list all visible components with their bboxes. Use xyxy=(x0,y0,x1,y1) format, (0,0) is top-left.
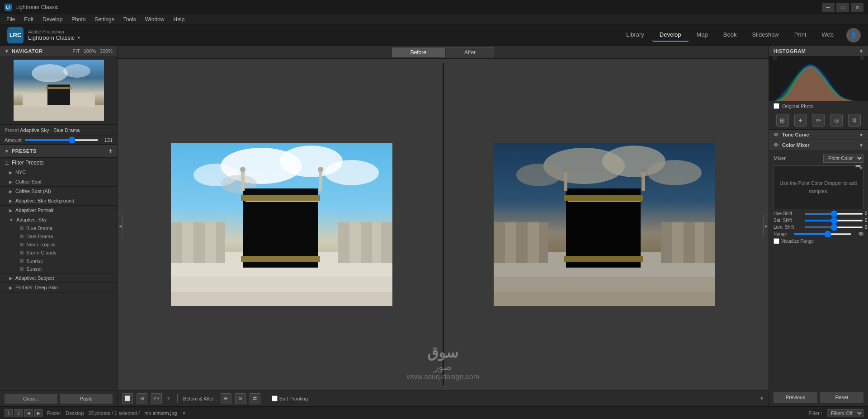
view-mode-grid[interactable]: ⊞ xyxy=(137,393,147,404)
svg-rect-6 xyxy=(23,94,47,107)
previous-button[interactable]: Previous xyxy=(774,392,817,403)
view-next-button[interactable]: ▶ xyxy=(34,409,42,417)
profile-button[interactable]: 👤 xyxy=(846,28,861,42)
crop-tool[interactable]: ⊞ xyxy=(776,114,789,127)
view-mode-crop[interactable]: ⬜ xyxy=(122,393,133,404)
copy-button[interactable]: Copy... xyxy=(5,394,57,404)
collapse-left-panel-button[interactable]: ◀ xyxy=(118,216,123,237)
color-mixer-eye-icon[interactable]: 👁 xyxy=(774,142,778,148)
tab-slideshow[interactable]: Slideshow xyxy=(745,28,786,42)
settings-tool[interactable]: ⚙ xyxy=(848,114,861,127)
menu-file[interactable]: File xyxy=(2,15,19,24)
preset-item-blue-drama[interactable]: Blue Drama xyxy=(0,224,117,232)
menu-tools[interactable]: Tools xyxy=(119,15,141,24)
maximize-button[interactable]: □ xyxy=(836,3,849,12)
before-label[interactable]: Before xyxy=(392,47,445,57)
before-after-swap[interactable]: ⇄ xyxy=(250,393,260,404)
preset-item-neon-tropics[interactable]: Neon Tropics xyxy=(0,240,117,249)
svg-point-35 xyxy=(240,167,245,172)
view-compare-button[interactable]: 2 xyxy=(14,409,23,417)
svg-point-42 xyxy=(647,160,702,185)
view-prev-button[interactable]: ◀ xyxy=(24,409,33,417)
menu-develop[interactable]: Develop xyxy=(38,15,67,24)
preset-group-deep-skin-header[interactable]: ▶ Portaits: Deep Skin xyxy=(0,283,117,292)
tab-develop[interactable]: Develop xyxy=(652,28,689,42)
preset-group-blur: ▶ Adaptive: Blur Background xyxy=(0,196,117,206)
hue-shift-label: Hue Shift xyxy=(774,211,803,216)
preset-group-coffee-ai: ▶ Coffee Spot (AI) xyxy=(0,187,117,196)
sat-shift-slider[interactable] xyxy=(805,220,863,221)
preset-group-coffee-header[interactable]: ▶ Coffee Spot xyxy=(0,177,117,186)
tone-curve-eye-icon[interactable]: 👁 xyxy=(774,132,778,137)
before-after-toggle-1[interactable]: ⊕ xyxy=(221,393,231,404)
tab-print[interactable]: Print xyxy=(787,28,814,42)
preset-group-portrait-header[interactable]: ▶ Adaptive: Portrait xyxy=(0,206,117,215)
paste-button[interactable]: Paste xyxy=(60,394,113,404)
view-mode-toggle[interactable]: YY xyxy=(151,393,162,404)
color-mixer-collapse-icon: ▼ xyxy=(859,143,863,148)
histogram-header[interactable]: Histogram ▼ xyxy=(769,46,868,56)
hue-shift-slider[interactable] xyxy=(805,213,863,215)
tab-map[interactable]: Map xyxy=(689,28,715,42)
presets-header[interactable]: ▼ Presets + xyxy=(0,145,117,158)
tone-curve-header[interactable]: 👁 Tone Curve ▼ xyxy=(769,130,868,140)
navigator-header[interactable]: ▼ Navigator FIT 100% 300% xyxy=(0,46,117,56)
zoom-100[interactable]: 100% xyxy=(84,48,96,54)
sat-shift-value: 0 xyxy=(865,218,868,223)
menu-photo[interactable]: Photo xyxy=(67,15,90,24)
sunset-dot xyxy=(20,267,24,271)
visualize-range-checkbox[interactable] xyxy=(774,238,779,244)
preset-group-sky-header[interactable]: ▼ Adaptive: Sky xyxy=(0,215,117,224)
zoom-fit[interactable]: FIT xyxy=(72,48,80,54)
preset-group-blur-header[interactable]: ▶ Adaptive: Blur Background xyxy=(0,196,117,205)
reset-button[interactable]: Reset xyxy=(820,392,864,403)
close-button[interactable]: ✕ xyxy=(851,3,863,12)
dropper-area: Use the Point Color Dropper to add sampl… xyxy=(774,165,863,209)
range-slider[interactable] xyxy=(793,233,852,235)
dark-drama-dot xyxy=(20,235,24,238)
after-photo-container xyxy=(445,63,764,386)
nyc-label: NYC xyxy=(15,169,26,175)
tab-web[interactable]: Web xyxy=(815,28,841,42)
original-photo-checkbox[interactable] xyxy=(774,103,779,109)
histogram-panel: Histogram ▼ xyxy=(769,46,868,111)
color-mixer-header[interactable]: 👁 Color Mixer ▼ xyxy=(769,140,868,150)
view-grid-button[interactable]: 1 xyxy=(5,409,13,417)
collapse-right-panel-button[interactable]: ▶ xyxy=(763,216,769,237)
preset-item-storm-clouds[interactable]: Storm Clouds xyxy=(0,249,117,257)
color-mixer-content: Mixer Point Color HSL Color ✒ ▼ Use the xyxy=(769,150,868,248)
tab-library[interactable]: Library xyxy=(619,28,651,42)
navigator-collapse-icon: ▼ xyxy=(5,49,9,54)
lum-shift-slider[interactable] xyxy=(805,226,863,228)
zoom-300[interactable]: 300% xyxy=(100,48,113,54)
preset-item-sunrise[interactable]: Sunrise xyxy=(0,257,117,265)
minimize-button[interactable]: ─ xyxy=(822,3,835,12)
hue-shift-value: 0 xyxy=(865,211,868,216)
menu-window[interactable]: Window xyxy=(141,15,169,24)
svg-point-63 xyxy=(563,167,568,172)
preset-group-subject-header[interactable]: ▶ Adaptive: Subject xyxy=(0,273,117,282)
preset-group-subject: ▶ Adaptive: Subject xyxy=(0,273,117,283)
before-after-toggle-2[interactable]: ⊗ xyxy=(235,393,246,404)
amount-slider[interactable] xyxy=(24,139,99,141)
menu-settings[interactable]: Settings xyxy=(90,15,118,24)
preset-item-sunset[interactable]: Sunset xyxy=(0,265,117,273)
after-label[interactable]: After xyxy=(446,47,494,57)
healing-tool[interactable]: ✦ xyxy=(794,114,807,127)
tab-book[interactable]: Book xyxy=(716,28,744,42)
menu-help[interactable]: Help xyxy=(169,15,189,24)
dropdown-arrow-icon[interactable]: ▼ xyxy=(76,35,81,40)
presets-collapse-icon: ▼ xyxy=(5,149,9,154)
preset-group-coffee-ai-header[interactable]: ▶ Coffee Spot (AI) xyxy=(0,187,117,196)
add-preset-button[interactable]: + xyxy=(108,147,113,155)
filter-select[interactable]: Filters Off Flagged Unflagged Rated xyxy=(827,409,863,417)
preset-group-nyc-header[interactable]: ▶ NYC xyxy=(0,168,117,177)
svg-rect-67 xyxy=(774,56,777,60)
preset-item-dark-drama[interactable]: Dark Drama xyxy=(0,232,117,240)
expand-dropper-icon[interactable]: ▼ xyxy=(859,165,863,171)
soft-proofing-checkbox[interactable] xyxy=(272,395,278,401)
mask-tool[interactable]: ◎ xyxy=(830,114,843,127)
svg-point-13 xyxy=(325,160,379,185)
menu-edit[interactable]: Edit xyxy=(19,15,38,24)
brush-tool[interactable]: ✏ xyxy=(812,114,825,127)
